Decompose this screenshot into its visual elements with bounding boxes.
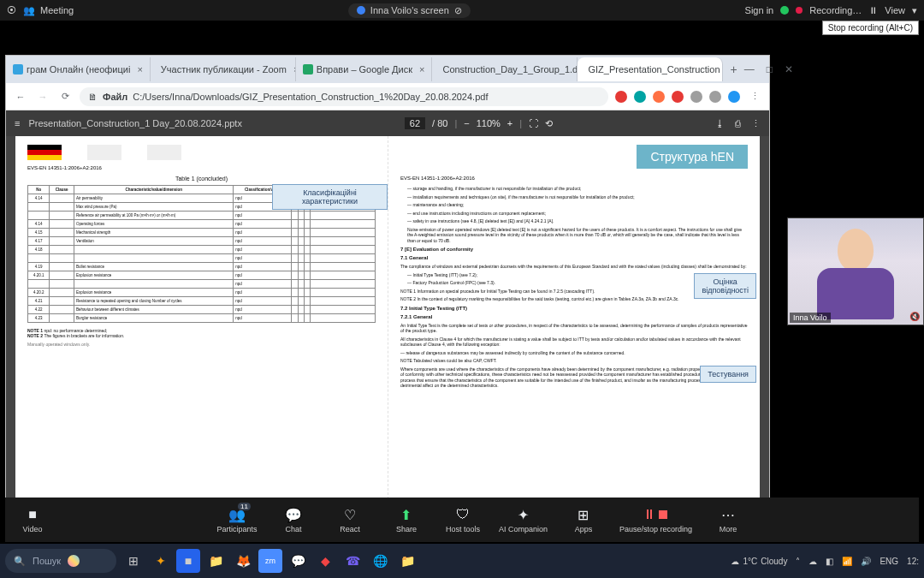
presenter-name: Inna Voilo's screen: [370, 5, 449, 15]
callout-testing: Тестування: [700, 366, 756, 383]
zoom-out-icon[interactable]: −: [464, 118, 469, 128]
close-tab-icon[interactable]: ×: [137, 64, 142, 74]
zoom-control-ai-companion[interactable]: ✦AI Companion: [499, 506, 548, 533]
zoom-control-share[interactable]: ⬆Share: [386, 506, 427, 533]
pdf-page-current[interactable]: 62: [405, 117, 425, 129]
copilot-icon[interactable]: [68, 555, 80, 567]
control-label: Chat: [285, 525, 301, 533]
table-header: No: [28, 186, 50, 194]
explorer-icon[interactable]: 📁: [204, 549, 228, 573]
pdf-title: Presentation_Construction_1 Day_20.08.20…: [28, 118, 242, 128]
nav-reload-icon[interactable]: ⟳: [57, 91, 73, 102]
copilot-icon[interactable]: ✦: [149, 549, 173, 573]
chrome-tab[interactable]: Construction_Day_1_Group_1.d×: [432, 57, 578, 81]
pdf-more-icon[interactable]: ⋮: [751, 118, 761, 129]
zoom-control-more[interactable]: ⋯More: [708, 506, 749, 533]
zoom-control-pause-stop-recording[interactable]: ⏸⏹Pause/stop recording: [619, 506, 692, 533]
note-text: Manually operated windows only.: [27, 342, 376, 347]
whatsapp-icon[interactable]: 💬: [286, 549, 310, 573]
chrome-tab[interactable]: GIZ_Presentation_Construction×: [578, 57, 723, 81]
new-tab-button[interactable]: +: [723, 63, 743, 76]
control-icon: ✦: [514, 506, 531, 523]
extension-icon[interactable]: [615, 91, 627, 103]
webcam-tile[interactable]: Inna Voilo 🔇: [787, 217, 924, 325]
window-maximize-icon[interactable]: □: [767, 63, 773, 75]
pdf-viewport[interactable]: EVS-EN 14351-1:2006+A2:2016 Table 1 (con…: [6, 136, 769, 499]
extension-icon[interactable]: [728, 91, 740, 103]
meeting-info-icon[interactable]: ⦿: [7, 5, 16, 15]
screen-share-indicator[interactable]: Inna Voilo's screen ⊘: [348, 3, 471, 18]
control-label: Participants: [216, 525, 257, 533]
extension-icon[interactable]: [690, 91, 702, 103]
control-label: Share: [396, 525, 417, 533]
print-icon[interactable]: ⎙: [735, 118, 741, 128]
control-icon: ⬆: [398, 506, 415, 523]
extension-icon[interactable]: [672, 91, 684, 103]
taskbar-search[interactable]: 🔍 Пошук: [5, 549, 116, 573]
section-heading: 7.1 General: [400, 255, 748, 260]
standard-code: EVS-EN 14351-1:2006+A2:2016: [400, 176, 748, 181]
zoom-control-participants[interactable]: 👥Participants: [216, 506, 258, 533]
explorer-icon[interactable]: 📁: [395, 549, 419, 573]
extension-icon[interactable]: [653, 91, 665, 103]
table-row: 4.15Mechanical strengthnpd: [28, 229, 376, 237]
view-menu[interactable]: View: [885, 5, 905, 15]
chrome-tab[interactable]: Участник публикации - Zoom×: [151, 57, 296, 81]
window-minimize-icon[interactable]: —: [744, 63, 755, 75]
window-close-icon[interactable]: ✕: [785, 63, 793, 75]
stop-share-icon[interactable]: ⊘: [454, 5, 462, 16]
logo-icon: [27, 145, 62, 160]
table-title: Table 1 (concluded): [27, 176, 376, 182]
doc-paragraph: All characteristics in Clause 4 for whic…: [400, 337, 748, 348]
url-field[interactable]: 🗎 Файл C:/Users/Inna/Downloads/GIZ_Prese…: [80, 87, 608, 106]
volume-icon[interactable]: 🔊: [861, 557, 871, 566]
download-icon[interactable]: ⭳: [715, 118, 725, 128]
shield-icon[interactable]: [780, 6, 789, 15]
nav-forward-icon[interactable]: →: [35, 92, 50, 102]
fit-page-icon[interactable]: ⛶: [529, 118, 538, 128]
webcam-name-tag: Inna Voilo: [790, 313, 831, 323]
zoom-icon[interactable]: zm: [258, 549, 282, 573]
pause-recording-icon[interactable]: ⏸: [868, 5, 878, 15]
app-icon[interactable]: ■: [176, 549, 200, 573]
firefox-icon[interactable]: 🦊: [231, 549, 255, 573]
chrome-icon[interactable]: 🌐: [368, 549, 392, 573]
tray-icon[interactable]: ◧: [826, 557, 833, 566]
zoom-control-react[interactable]: ♡React: [329, 506, 370, 533]
task-view-icon[interactable]: ⊞: [121, 549, 145, 573]
weather-widget[interactable]: ☁ 1°C Cloudy: [731, 557, 787, 566]
chrome-tab[interactable]: грам Онлайн (неофициі×: [6, 57, 151, 81]
wifi-icon[interactable]: 📶: [842, 557, 852, 566]
note-label: NOTE 2: [27, 333, 43, 338]
zoom-in-icon[interactable]: +: [507, 118, 512, 128]
zoom-bottom-toolbar: ■Video 👥Participants💬Chat♡React⬆Share🛡Ho…: [5, 498, 919, 542]
pdf-zoom-value: 110%: [477, 118, 500, 128]
sign-in-link[interactable]: Sign in: [745, 5, 774, 15]
pdf-menu-icon[interactable]: ≡: [15, 118, 20, 128]
chrome-tab[interactable]: Вправи – Google Диск×: [296, 57, 433, 81]
onedrive-icon[interactable]: ☁: [808, 557, 817, 566]
chrome-menu-icon[interactable]: ⋮: [747, 91, 762, 102]
recording-label: Recording…: [809, 5, 862, 15]
app-icon[interactable]: ◆: [313, 549, 337, 573]
control-icon: 🛡: [454, 506, 471, 523]
zoom-control-chat[interactable]: 💬Chat: [273, 506, 314, 533]
tray-chevron-icon[interactable]: ˄: [796, 557, 800, 566]
view-chevron-icon[interactable]: ▾: [912, 5, 917, 16]
close-tab-icon[interactable]: ×: [419, 64, 424, 74]
extension-icon[interactable]: [709, 91, 721, 103]
rotate-icon[interactable]: ⟲: [545, 118, 553, 129]
zoom-control-host-tools[interactable]: 🛡Host tools: [442, 506, 483, 533]
viber-icon[interactable]: ☎: [341, 549, 364, 573]
zoom-control-apps[interactable]: ⊞Apps: [563, 506, 604, 533]
language-indicator[interactable]: ENG: [880, 557, 898, 566]
control-icon: ⏸⏹: [648, 506, 665, 523]
participants-mini-icon: 👥: [23, 5, 35, 16]
zoom-control-video[interactable]: ■Video: [12, 506, 53, 533]
table-row: 4.20.1Explosion resistancenpd: [28, 271, 376, 280]
nav-back-icon[interactable]: ←: [13, 92, 28, 102]
mic-muted-icon: 🔇: [909, 312, 920, 321]
pdf-page-total: / 80: [432, 118, 447, 128]
clock[interactable]: 12:: [907, 557, 919, 566]
extension-icon[interactable]: [634, 91, 646, 103]
